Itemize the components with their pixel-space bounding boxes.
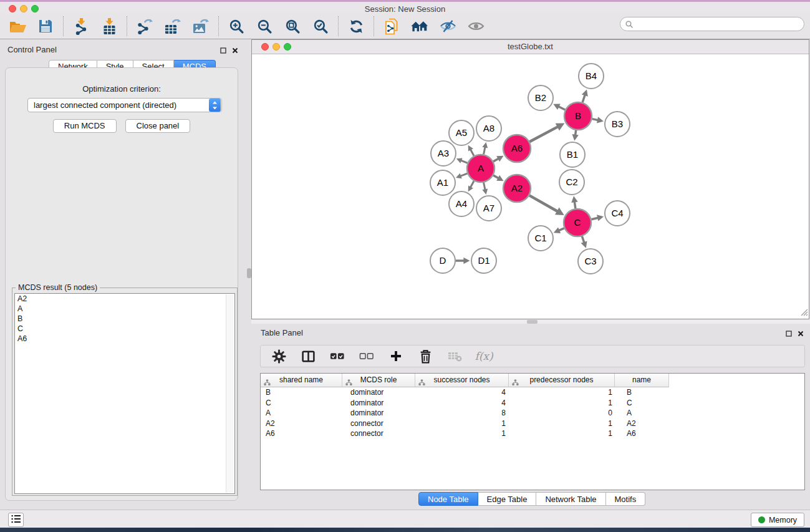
- zoom-selected-icon[interactable]: [312, 17, 329, 35]
- column-header-shared-name[interactable]: shared name: [261, 374, 342, 387]
- export-image-icon[interactable]: [192, 17, 210, 35]
- table-row[interactable]: A6connector11A6: [261, 428, 804, 439]
- tab-edge-table[interactable]: Edge Table: [478, 492, 537, 506]
- float-table-panel-icon[interactable]: [786, 329, 792, 339]
- arrowhead-B-B3: [597, 117, 604, 123]
- delete-column-icon[interactable]: [418, 349, 433, 364]
- import-network-icon[interactable]: [72, 17, 90, 35]
- horizontal-scrollbar[interactable]: [251, 320, 810, 324]
- edge-B-B2[interactable]: [558, 107, 565, 110]
- edge-A-A2[interactable]: [493, 175, 498, 178]
- refresh-icon[interactable]: [347, 17, 365, 35]
- node-label-A3: A3: [438, 148, 449, 158]
- horizontal-scrollbar-thumb[interactable]: [527, 320, 538, 324]
- deselect-all-icon[interactable]: [359, 349, 374, 364]
- tab-network-table[interactable]: Network Table: [536, 492, 605, 506]
- result-item[interactable]: A6: [15, 334, 234, 344]
- node-label-A4: A4: [456, 198, 467, 209]
- eye-icon[interactable]: [467, 17, 485, 35]
- result-item[interactable]: A: [15, 304, 234, 314]
- node-label-A1: A1: [437, 177, 448, 188]
- save-icon[interactable]: [37, 17, 54, 35]
- tab-motifs[interactable]: Motifs: [606, 492, 646, 506]
- edge-A-A6[interactable]: [493, 158, 498, 162]
- eye-slash-icon[interactable]: [439, 17, 456, 35]
- tab-node-table[interactable]: Node Table: [418, 492, 478, 506]
- edge-B-B1[interactable]: [576, 130, 576, 135]
- close-table-panel-icon[interactable]: [798, 329, 804, 339]
- result-scrollbar[interactable]: [226, 294, 234, 493]
- table-tabs: Node TableEdge TableNetwork TableMotifs: [418, 492, 645, 506]
- run-mcds-button[interactable]: Run MCDS: [53, 119, 117, 133]
- table-row[interactable]: A2connector11A2: [261, 418, 804, 429]
- column-header-predecessor-nodes[interactable]: predecessor nodes: [509, 374, 615, 387]
- node-label-A8: A8: [483, 123, 494, 133]
- zoom-out-icon[interactable]: [256, 17, 273, 35]
- cell-successor-nodes: 4: [415, 387, 509, 398]
- open-folder-icon[interactable]: [9, 17, 26, 35]
- edge-C-C3[interactable]: [582, 236, 584, 243]
- node-label-D1: D1: [478, 255, 489, 266]
- edge-A2-C[interactable]: [529, 195, 557, 211]
- zoom-fit-icon[interactable]: [284, 17, 301, 35]
- document-network-icon[interactable]: [383, 17, 400, 35]
- export-network-icon[interactable]: [136, 17, 153, 35]
- vertical-scrollbar-thumb[interactable]: [247, 268, 251, 278]
- column-header-name[interactable]: name: [615, 374, 669, 387]
- edge-A-A8[interactable]: [484, 147, 485, 155]
- edge-C-C4[interactable]: [591, 218, 598, 220]
- float-panel-icon[interactable]: [220, 46, 226, 56]
- column-header-successor-nodes[interactable]: successor nodes: [415, 374, 509, 387]
- node-label-A7: A7: [483, 203, 494, 213]
- result-item[interactable]: A2: [15, 294, 234, 304]
- edge-A6-B[interactable]: [529, 127, 557, 142]
- edge-B-B4[interactable]: [582, 95, 585, 102]
- network-canvas[interactable]: AA1A3A4A5A7A8A6A2BB1B2B3B4CC1C2C3C4DD1: [252, 54, 809, 319]
- cell-name: A6: [615, 428, 669, 439]
- select-all-icon[interactable]: [330, 349, 345, 364]
- table-row[interactable]: Adominator80A: [261, 408, 804, 418]
- main-toolbar: [0, 14, 810, 39]
- control-panel: Control Panel NetworkStyleSelectMCDS Opt…: [0, 39, 243, 510]
- column-label: MCDS role: [360, 375, 397, 384]
- table-toolbar: f(x): [260, 345, 805, 367]
- edge-A-A4[interactable]: [470, 181, 474, 187]
- export-table-icon[interactable]: [164, 17, 181, 35]
- node-label-A: A: [478, 163, 484, 173]
- search-input[interactable]: [636, 19, 804, 30]
- houses-icon[interactable]: [411, 17, 428, 35]
- cell-predecessor-nodes: 1: [509, 418, 615, 429]
- task-history-button[interactable]: [8, 513, 24, 527]
- memory-button[interactable]: Memory: [751, 513, 804, 527]
- edge-B-B3[interactable]: [592, 119, 598, 120]
- mcds-result-list: A2ABCA6: [14, 293, 235, 494]
- close-panel-button[interactable]: Close panel: [125, 119, 191, 133]
- result-item[interactable]: C: [15, 324, 234, 334]
- column-header-MCDS-role[interactable]: MCDS role: [342, 374, 415, 387]
- edge-A-A3[interactable]: [461, 160, 468, 163]
- close-panel-icon[interactable]: [232, 46, 238, 56]
- import-table-icon[interactable]: [100, 17, 118, 35]
- table-row[interactable]: Bdominator41B: [261, 387, 804, 398]
- node-label-B: B: [575, 110, 581, 121]
- window-titlebar: Session: New Session: [0, 0, 810, 14]
- node-label-A2: A2: [511, 183, 523, 193]
- window-resize-grip[interactable]: [800, 308, 808, 318]
- table-header-row: shared nameMCDS rolesuccessor nodesprede…: [261, 374, 669, 387]
- cell-MCDS-role: dominator: [342, 408, 415, 418]
- result-item[interactable]: B: [15, 314, 234, 324]
- cell-predecessor-nodes: 0: [509, 408, 615, 418]
- table-row[interactable]: Cdominator41C: [261, 398, 804, 409]
- zoom-in-icon[interactable]: [228, 17, 245, 35]
- optimization-criterion-select[interactable]: largest connected component (directed): [27, 98, 222, 112]
- cell-shared-name: A: [261, 408, 342, 418]
- edge-C-C2[interactable]: [574, 201, 576, 208]
- search-box[interactable]: [620, 17, 804, 31]
- edge-A-A1[interactable]: [460, 173, 467, 176]
- edge-A-A5[interactable]: [470, 150, 474, 156]
- gear-icon[interactable]: [271, 349, 286, 364]
- edge-A-A7[interactable]: [484, 183, 485, 190]
- edge-C-C1[interactable]: [559, 228, 564, 231]
- column-view-icon[interactable]: [301, 349, 316, 364]
- add-column-icon[interactable]: [388, 349, 403, 364]
